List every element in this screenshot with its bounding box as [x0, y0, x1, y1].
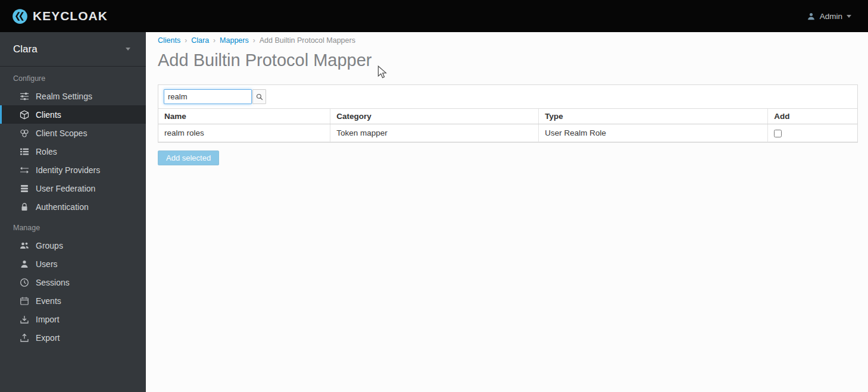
mappers-table: Name Category Type Add realm roles Token… [158, 108, 857, 142]
sidebar-item-label: User Federation [36, 184, 95, 193]
sidebar-item-label: Identity Providers [36, 165, 100, 175]
column-header-add: Add [768, 109, 857, 124]
user-menu-label: Admin [820, 12, 842, 21]
search-button[interactable] [252, 89, 266, 104]
table-row: realm roles Token mapper User Realm Role [158, 124, 857, 142]
sliders-icon [20, 92, 29, 101]
topbar: KEYCLOAK Admin [0, 0, 868, 32]
list-icon [20, 147, 29, 156]
calendar-icon [20, 296, 29, 306]
sidebar-item-label: Users [36, 259, 58, 269]
column-header-type: Type [539, 109, 768, 124]
sidebar-item-label: Import [36, 315, 60, 324]
main-content: Clients›Clara›Mappers›Add Builtin Protoc… [146, 32, 868, 392]
add-selected-button[interactable]: Add selected [158, 150, 219, 165]
chevron-down-icon [126, 48, 130, 51]
sidebar-item-users[interactable]: Users [0, 255, 146, 273]
breadcrumb-separator-icon: › [253, 36, 255, 45]
sidebar-item-events[interactable]: Events [0, 291, 146, 310]
cell-mapper-add [768, 124, 857, 142]
column-header-name: Name [158, 109, 330, 124]
user-menu[interactable]: Admin [807, 12, 855, 21]
database-icon [20, 184, 29, 193]
sidebar-item-label: Roles [36, 147, 57, 156]
sidebar-item-groups[interactable]: Groups [0, 236, 146, 255]
sidebar-item-export[interactable]: Export [0, 328, 146, 347]
export-icon [20, 333, 29, 343]
breadcrumb-separator-icon: › [185, 36, 187, 45]
sidebar-item-realm-settings[interactable]: Realm Settings [0, 87, 146, 105]
sidebar-item-sessions[interactable]: Sessions [0, 273, 146, 291]
import-icon [20, 315, 29, 324]
group-icon [20, 241, 29, 250]
search-input[interactable] [164, 89, 252, 104]
sidebar-item-roles[interactable]: Roles [0, 142, 146, 161]
sidebar-item-clients[interactable]: Clients [0, 105, 146, 124]
sidebar-item-label: Groups [36, 241, 63, 250]
search-row [158, 85, 857, 108]
nav-section-manage: Manage [0, 216, 146, 236]
user-icon [20, 259, 29, 269]
cell-mapper-category: Token mapper [330, 124, 539, 142]
sidebar-item-label: Authentication [36, 202, 89, 212]
sidebar-item-label: Realm Settings [36, 92, 92, 101]
sidebar-item-label: Clients [36, 110, 61, 120]
breadcrumb-clients[interactable]: Clients [158, 36, 180, 45]
sidebar-item-authentication[interactable]: Authentication [0, 197, 146, 216]
cell-mapper-type: User Realm Role [539, 124, 768, 142]
sidebar-item-label: Client Scopes [36, 128, 87, 138]
sidebar-item-client-scopes[interactable]: Client Scopes [0, 124, 146, 142]
realm-selector[interactable]: Clara [0, 32, 146, 67]
cube-icon [20, 110, 29, 120]
sidebar-item-identity-providers[interactable]: Identity Providers [0, 161, 146, 179]
chevron-down-icon [847, 15, 851, 18]
sidebar-item-label: Export [36, 333, 60, 343]
breadcrumb-mappers[interactable]: Mappers [220, 36, 249, 45]
sidebar-item-import[interactable]: Import [0, 310, 146, 328]
cell-mapper-name: realm roles [158, 124, 330, 142]
clock-icon [20, 278, 29, 287]
mappers-panel: Name Category Type Add realm roles Token… [158, 84, 858, 143]
user-icon [807, 12, 816, 21]
page-title: Add Builtin Protocol Mapper [158, 51, 858, 70]
lock-icon [20, 202, 29, 212]
breadcrumb-clara[interactable]: Clara [191, 36, 209, 45]
sidebar-item-user-federation[interactable]: User Federation [0, 179, 146, 197]
row-add-checkbox[interactable] [774, 130, 782, 137]
exchange-arrows-icon [20, 165, 29, 175]
breadcrumb-current: Add Builtin Protocol Mappers [260, 36, 355, 45]
sidebar-item-label: Events [36, 296, 61, 306]
nav-section-configure: Configure [0, 67, 146, 87]
realm-name: Clara [13, 43, 38, 55]
column-header-category: Category [330, 109, 539, 124]
sidebar: Clara Configure Realm Settings Clients C… [0, 32, 146, 392]
keycloak-logo-icon [12, 8, 28, 24]
sidebar-item-label: Sessions [36, 278, 70, 287]
keycloak-logo[interactable]: KEYCLOAK [12, 8, 108, 24]
scopes-icon [20, 128, 29, 138]
breadcrumb: Clients›Clara›Mappers›Add Builtin Protoc… [158, 36, 858, 45]
table-header-row: Name Category Type Add [158, 109, 857, 124]
breadcrumb-separator-icon: › [213, 36, 216, 45]
search-icon [256, 93, 263, 101]
brand-text: KEYCLOAK [33, 9, 108, 23]
